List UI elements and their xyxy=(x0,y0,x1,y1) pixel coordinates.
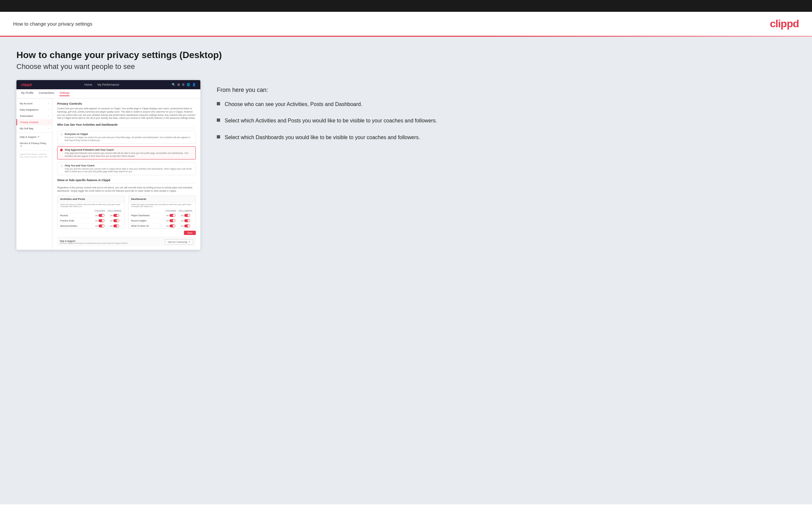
content-layout: clippd Home My Performance 🔍 ⊞ ⚙ 🌐 👤 xyxy=(16,80,796,250)
search-icon: 🔍 xyxy=(172,83,175,86)
insights-followers-toggle[interactable] xyxy=(184,219,190,222)
sidebar-item-golfbag[interactable]: My Golf Bag › xyxy=(16,125,52,131)
dashboards-header: COACHES FOLLOWERS xyxy=(129,209,195,213)
practice-coaches-toggle[interactable] xyxy=(99,219,104,222)
app-nav: clippd Home My Performance 🔍 ⊞ ⚙ 🌐 👤 xyxy=(16,80,200,89)
rounds-coaches-toggle[interactable] xyxy=(99,214,104,217)
nav-link-performance: My Performance xyxy=(98,83,119,86)
help-bar: Help & Support Visit our Clippd communit… xyxy=(57,237,196,246)
radio-dot-everyone xyxy=(60,133,63,135)
app-nav-links: Home My Performance xyxy=(85,83,119,86)
app-mockup: clippd Home My Performance 🔍 ⊞ ⚙ 🌐 👤 xyxy=(16,80,200,250)
radio-approved[interactable]: Only Approved Followers and Your Coach O… xyxy=(57,146,196,160)
radio-desc-only-you: Only you and the coaches you connect wit… xyxy=(65,168,193,173)
toggle-player-dashboard: Player Dashboard ON ON xyxy=(129,213,195,218)
toggle-manual: Manual Activities ON ON xyxy=(57,223,124,228)
help-title: Help & Support xyxy=(60,240,129,242)
playerdash-coaches-toggle[interactable] xyxy=(169,214,175,217)
insights-coaches-toggle[interactable] xyxy=(169,219,175,222)
radio-everyone[interactable]: Everyone on Clippd Everyone on Clippd ca… xyxy=(57,130,196,144)
app-main-panel: Privacy Controls Control how you and you… xyxy=(53,99,200,250)
app-body: My Account › Data Integrations › Subscri… xyxy=(16,99,200,250)
avatar-icon: 👤 xyxy=(192,83,196,86)
external-link-icon: ↗ xyxy=(188,240,190,243)
privacy-controls-desc: Control how you and your data appears to… xyxy=(57,107,196,120)
help-desc: Visit our Clippd community to troublesho… xyxy=(60,242,129,244)
show-hide-title: Show or hide specific features in Clippd xyxy=(57,178,196,183)
chevron-icon: › xyxy=(48,121,49,123)
manual-coaches-toggle[interactable] xyxy=(99,224,104,227)
radio-label-everyone: Everyone on Clippd xyxy=(65,132,193,135)
sidebar-item-privacy[interactable]: Privacy Controls › xyxy=(16,119,52,125)
visit-community-button[interactable]: Visit Our Community ↗ xyxy=(165,239,193,244)
radio-desc-approved: Only approved followers and coaches you … xyxy=(65,152,193,158)
who-can-see-title: Who Can See Your Activities and Dashboar… xyxy=(57,123,196,128)
bullet-text-2: Select which Activities and Posts you wo… xyxy=(225,117,437,124)
bullet-square-1 xyxy=(217,102,220,105)
chevron-icon: › xyxy=(48,127,49,130)
rounds-followers-toggle[interactable] xyxy=(113,214,119,217)
bullet-text-1: Choose who can see your Activities, Post… xyxy=(225,101,362,108)
sidebar-item-service[interactable]: Service & Privacy Policy ↗ xyxy=(16,140,52,149)
sidebar-version: Clippd Client Version: 2022.8.2SQL Serve… xyxy=(16,152,52,160)
chevron-icon: › xyxy=(48,115,49,117)
activities-header: COACHES FOLLOWERS xyxy=(57,209,124,213)
sidebar-item-data[interactable]: Data Integrations › xyxy=(16,107,52,113)
main-content: How to change your privacy settings (Des… xyxy=(0,37,812,504)
privacy-controls-title: Privacy Controls xyxy=(57,102,196,105)
chevron-icon: › xyxy=(48,102,49,105)
settings-icon: ⚙ xyxy=(182,83,185,86)
toggle-practice: Practice Drills ON ON xyxy=(57,218,124,223)
sidebar-divider xyxy=(16,132,52,133)
bullet-text-3: Select which Dashboards you would like t… xyxy=(225,134,420,141)
radio-dot-approved xyxy=(60,149,63,151)
footer: Copyright Clippd 2022 xyxy=(0,504,812,507)
radio-label-only-you: Only You and Your Coach xyxy=(65,164,193,167)
subnav-profile[interactable]: My Profile xyxy=(21,91,34,96)
chevron-icon: › xyxy=(48,109,49,111)
sidebar-divider-2 xyxy=(16,150,52,151)
playerdash-followers-toggle[interactable] xyxy=(184,214,190,217)
bullet-square-2 xyxy=(217,118,220,122)
show-hide-section: Show or hide specific features in Clippd… xyxy=(57,178,196,237)
subnav-connections[interactable]: Connections xyxy=(39,91,54,96)
workon-coaches-toggle[interactable] xyxy=(169,224,175,227)
radio-dot-only-you xyxy=(60,164,63,167)
workon-followers-toggle[interactable] xyxy=(184,224,190,227)
toggle-rounds: Rounds ON ON xyxy=(57,213,124,218)
manual-followers-toggle[interactable] xyxy=(113,224,119,227)
toggle-round-insights: Round Insights ON ON xyxy=(129,218,195,223)
app-subnav: My Profile Connections Settings xyxy=(16,89,200,99)
subnav-settings[interactable]: Settings xyxy=(59,91,70,96)
sidebar-item-help[interactable]: Help & Support ↗ xyxy=(16,134,52,140)
app-sidebar: My Account › Data Integrations › Subscri… xyxy=(16,99,53,250)
page-heading: How to change your privacy settings (Des… xyxy=(16,50,796,60)
radio-desc-everyone: Everyone on Clippd can search for you an… xyxy=(65,136,193,142)
logo: clippd xyxy=(770,18,799,30)
activities-desc: Select the types of activity that you'd … xyxy=(57,203,124,209)
radio-only-you[interactable]: Only You and Your Coach Only you and the… xyxy=(57,162,196,175)
sidebar-item-account[interactable]: My Account › xyxy=(16,100,52,107)
top-bar xyxy=(0,0,812,12)
toggle-what-to-work: What To Work On ON ON xyxy=(129,223,195,228)
save-row: Save xyxy=(57,229,196,237)
bullet-square-3 xyxy=(217,135,220,138)
header-title: How to change your privacy settings xyxy=(13,21,92,26)
save-button[interactable]: Save xyxy=(184,231,196,235)
globe-icon: 🌐 xyxy=(187,83,190,86)
from-here-title: From here you can: xyxy=(217,87,796,94)
app-nav-logo: clippd xyxy=(21,83,32,87)
activities-panel: Activities and Posts Select the types of… xyxy=(57,195,125,229)
dashboards-title: Dashboards xyxy=(129,196,195,203)
screenshot-mockup: clippd Home My Performance 🔍 ⊞ ⚙ 🌐 👤 xyxy=(16,80,200,250)
nav-link-home: Home xyxy=(85,83,92,86)
dashboards-desc: Select the types of activity that you'd … xyxy=(129,203,195,209)
app-nav-icons: 🔍 ⊞ ⚙ 🌐 👤 xyxy=(172,83,196,86)
practice-followers-toggle[interactable] xyxy=(113,219,119,222)
toggle-panels: Activities and Posts Select the types of… xyxy=(57,195,196,229)
dashboards-panel: Dashboards Select the types of activity … xyxy=(128,195,196,229)
header: How to change your privacy settings clip… xyxy=(0,12,812,36)
bullet-item-3: Select which Dashboards you would like t… xyxy=(217,134,796,141)
sidebar-item-subscription[interactable]: Subscription › xyxy=(16,113,52,119)
radio-label-approved: Only Approved Followers and Your Coach xyxy=(65,148,193,151)
